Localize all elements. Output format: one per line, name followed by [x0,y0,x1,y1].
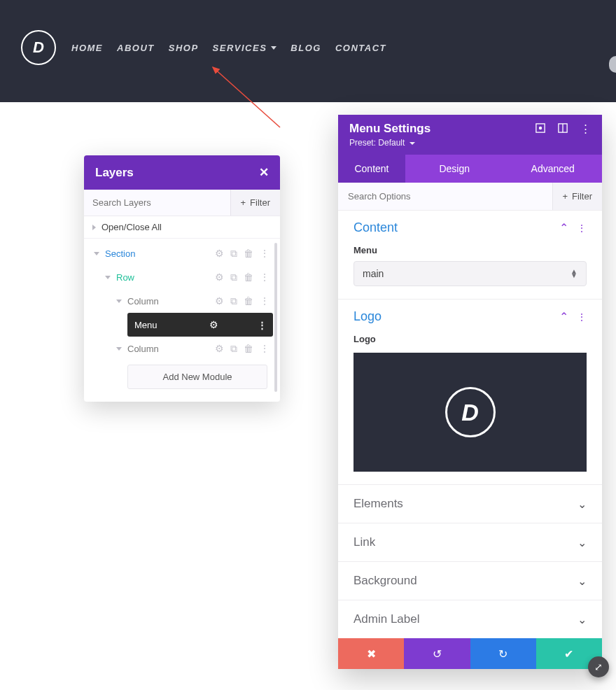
settings-tabs: Content Design Advanced [338,155,602,183]
content-section-toggle[interactable]: Content ⌃ ⋮ [354,220,587,235]
logo-preview-glyph: D [461,399,479,426]
duplicate-icon[interactable]: ⧉ [230,248,237,260]
accordion-background-label: Background [354,574,417,588]
tree-section[interactable]: Section ⚙ ⧉ 🗑 ⋮ [90,241,274,265]
tree-column-1[interactable]: Column ⚙ ⧉ 🗑 ⋮ [90,289,274,313]
tree-menu-label: Menu [134,320,158,330]
tree-column-label: Column [127,344,159,354]
settings-filter-label: Filter [572,191,592,202]
nav-links: HOME ABOUT SHOP SERVICES BLOG CONTACT [71,43,386,53]
nav-contact[interactable]: CONTACT [335,43,386,53]
kebab-icon[interactable]: ⋮ [577,223,587,234]
layers-panel: Layers ✕ + Filter Open/Close All Section… [84,155,280,402]
gear-icon[interactable]: ⚙ [215,248,224,259]
nav-shop[interactable]: SHOP [169,43,199,53]
close-icon[interactable]: ✕ [259,165,269,180]
accordion-link-label: Link [354,535,375,549]
chevron-up-icon: ⌃ [559,221,568,234]
nav-blog[interactable]: BLOG [290,43,321,53]
settings-search-input[interactable] [338,183,552,210]
site-logo[interactable]: D [21,30,56,65]
accordion-link[interactable]: Link ⌄ [338,523,602,561]
settings-header-icons: ⋮ [536,122,591,135]
logo-section-toggle[interactable]: Logo ⌃ ⋮ [354,309,587,324]
accordion-elements[interactable]: Elements ⌄ [338,484,602,523]
kebab-icon[interactable]: ⋮ [260,343,270,354]
tree-column-actions: ⚙ ⧉ 🗑 ⋮ [215,295,274,307]
kebab-icon[interactable]: ⋮ [260,248,270,259]
gear-icon[interactable]: ⚙ [215,343,224,354]
redo-button[interactable]: ↻ [470,638,536,669]
chevron-down-icon: ⌄ [578,536,587,549]
gear-icon[interactable]: ⚙ [209,319,218,330]
add-new-module-button[interactable]: Add New Module [127,365,267,389]
settings-header: Menu Settings ⋮ Preset: Default [338,115,602,155]
layers-header: Layers ✕ [84,155,280,190]
svg-point-2 [539,126,542,129]
duplicate-icon[interactable]: ⧉ [230,295,237,307]
logo-preview[interactable]: D [354,353,587,472]
content-section: Content ⌃ ⋮ Menu main ▲▼ [338,211,602,299]
trash-icon[interactable]: 🗑 [244,295,253,307]
kebab-icon[interactable]: ⋮ [577,311,587,323]
open-close-all[interactable]: Open/Close All [84,216,280,239]
kebab-icon[interactable]: ⋮ [580,122,591,135]
layers-filter-label: Filter [250,197,270,208]
menu-field-label: Menu [354,245,587,255]
caret-down-icon [410,142,415,145]
layers-filter-button[interactable]: + Filter [230,190,280,216]
tree-menu-module[interactable]: Menu ⚙ ⋮ [127,313,273,337]
open-close-all-label: Open/Close All [102,222,162,232]
preset-selector[interactable]: Preset: Default [349,138,591,148]
tab-design[interactable]: Design [405,155,504,183]
chevron-down-icon: ⌄ [578,498,587,511]
settings-filter-button[interactable]: + Filter [552,183,602,210]
tab-advanced[interactable]: Advanced [504,155,603,183]
caret-right-icon [92,225,96,230]
chevron-up-icon: ⌃ [559,310,568,323]
caret-down-icon [105,276,111,279]
tree-column-label: Column [127,296,159,307]
tree-row[interactable]: Row ⚙ ⧉ 🗑 ⋮ [90,265,274,289]
nav-home[interactable]: HOME [71,43,103,53]
settings-footer: ✖ ↺ ↻ ✔ [338,638,602,669]
tree-section-label: Section [105,248,135,259]
duplicate-icon[interactable]: ⧉ [230,343,237,355]
content-heading: Content [354,220,398,235]
tree-section-actions: ⚙ ⧉ 🗑 ⋮ [215,248,274,260]
layers-title: Layers [95,166,134,180]
updown-icon: ▲▼ [570,269,578,278]
kebab-icon[interactable]: ⋮ [260,272,270,283]
logo-section: Logo ⌃ ⋮ Logo D [338,299,602,484]
tab-content[interactable]: Content [338,155,405,183]
undo-button[interactable]: ↺ [404,638,470,669]
duplicate-icon[interactable]: ⧉ [230,272,237,283]
gear-icon[interactable]: ⚙ [215,295,224,307]
menu-select[interactable]: main ▲▼ [354,261,587,286]
kebab-icon[interactable]: ⋮ [258,320,266,330]
expand-icon[interactable] [536,123,545,135]
top-navigation: D HOME ABOUT SHOP SERVICES BLOG CONTACT [0,0,616,102]
edge-handle[interactable] [609,56,616,73]
chevron-down-icon: ⌄ [578,575,587,588]
logo-preview-image: D [445,387,496,437]
trash-icon[interactable]: 🗑 [244,272,253,283]
accordion-admin-label[interactable]: Admin Label ⌄ [338,600,602,638]
cancel-button[interactable]: ✖ [338,638,404,669]
logo-field-label: Logo [354,334,587,344]
gear-icon[interactable]: ⚙ [215,272,224,283]
nav-services[interactable]: SERVICES [213,43,277,53]
accordion-background[interactable]: Background ⌄ [338,561,602,600]
chevron-down-icon [271,46,276,50]
menu-settings-panel: Menu Settings ⋮ Preset: Default Content … [338,115,602,669]
caret-down-icon [116,300,122,303]
nav-about[interactable]: ABOUT [117,43,155,53]
tree-column-2[interactable]: Column ⚙ ⧉ 🗑 ⋮ [90,337,274,360]
kebab-icon[interactable]: ⋮ [260,295,270,307]
layers-search-input[interactable] [84,190,230,216]
responsive-icon[interactable] [558,123,568,135]
trash-icon[interactable]: 🗑 [244,248,253,259]
trash-icon[interactable]: 🗑 [244,343,253,354]
tree-row-actions: ⚙ ⧉ 🗑 ⋮ [215,272,274,283]
expand-fab[interactable]: ⤢ [588,656,609,677]
